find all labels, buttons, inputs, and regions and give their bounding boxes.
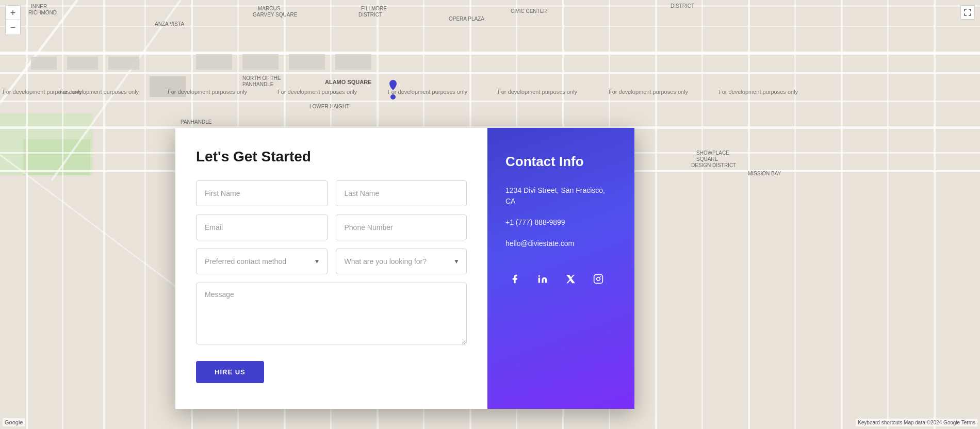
svg-rect-31 bbox=[934, 0, 936, 429]
svg-rect-12 bbox=[62, 0, 63, 429]
svg-text:CIVIC CENTER: CIVIC CENTER bbox=[511, 8, 547, 14]
dev-watermark: For development purposes only bbox=[168, 89, 247, 95]
map-zoom-controls: + − bbox=[5, 5, 21, 35]
svg-point-63 bbox=[390, 94, 396, 100]
contact-panel: Contact Info 1234 Divi Street, San Fraci… bbox=[487, 128, 634, 409]
svg-rect-5 bbox=[0, 101, 980, 102]
fullscreen-button[interactable] bbox=[960, 5, 975, 20]
svg-rect-36 bbox=[67, 57, 98, 70]
select-row: Preferred contact method Email Phone SMS… bbox=[196, 249, 467, 274]
contact-phone: +1 (777) 888-9899 bbox=[505, 217, 616, 228]
name-row bbox=[196, 180, 467, 206]
linkedin-icon[interactable] bbox=[533, 270, 552, 288]
form-title: Let's Get Started bbox=[196, 148, 467, 165]
facebook-icon[interactable] bbox=[505, 270, 524, 288]
looking-for-wrapper: What are you looking for? Buy Sell Rent … bbox=[336, 249, 467, 274]
svg-rect-28 bbox=[794, 0, 796, 429]
zoom-out-button[interactable]: − bbox=[6, 20, 20, 35]
phone-input[interactable] bbox=[336, 214, 467, 240]
dev-watermark: For development purposes only bbox=[498, 89, 577, 95]
svg-text:NORTH OF THE: NORTH OF THE bbox=[242, 75, 281, 81]
svg-rect-13 bbox=[103, 0, 105, 429]
svg-rect-30 bbox=[887, 0, 889, 429]
svg-text:GARVEY SQUARE: GARVEY SQUARE bbox=[253, 12, 298, 18]
svg-text:DESIGN DISTRICT: DESIGN DISTRICT bbox=[691, 162, 736, 168]
svg-rect-26 bbox=[701, 0, 703, 429]
last-name-input[interactable] bbox=[336, 180, 467, 206]
social-icons bbox=[505, 270, 616, 288]
svg-rect-25 bbox=[655, 0, 657, 429]
svg-rect-41 bbox=[289, 54, 325, 70]
svg-rect-14 bbox=[144, 0, 146, 429]
svg-rect-9 bbox=[0, 5, 980, 7]
svg-rect-4 bbox=[0, 72, 980, 74]
dev-watermark: For development purposes only bbox=[718, 89, 798, 95]
svg-rect-27 bbox=[748, 0, 750, 429]
svg-text:SHOWPLACE: SHOWPLACE bbox=[696, 150, 729, 156]
svg-rect-42 bbox=[335, 54, 371, 70]
svg-text:DISTRICT: DISTRICT bbox=[671, 3, 694, 9]
contact-address: 1234 Divi Street, San Fracisco, CA bbox=[505, 185, 616, 207]
dev-watermark: For development purposes only bbox=[277, 89, 357, 95]
looking-for-select[interactable]: What are you looking for? Buy Sell Rent bbox=[336, 249, 467, 274]
contact-email: hello@diviestate.com bbox=[505, 238, 616, 249]
svg-rect-37 bbox=[108, 57, 139, 70]
zoom-in-button[interactable]: + bbox=[6, 6, 20, 20]
svg-rect-29 bbox=[841, 0, 843, 429]
svg-rect-10 bbox=[0, 26, 980, 27]
svg-text:PANHANDLE: PANHANDLE bbox=[181, 119, 212, 125]
svg-text:OPERA PLAZA: OPERA PLAZA bbox=[449, 16, 484, 22]
google-logo: Google bbox=[3, 418, 25, 426]
twitter-icon[interactable] bbox=[561, 270, 580, 288]
dev-watermark: For development purposes only bbox=[59, 89, 139, 95]
contact-title: Contact Info bbox=[505, 154, 616, 170]
instagram-icon[interactable] bbox=[589, 270, 608, 288]
svg-text:ALAMO SQUARE: ALAMO SQUARE bbox=[325, 79, 371, 85]
svg-text:MISSION BAY: MISSION BAY bbox=[748, 171, 781, 176]
contact-method-select[interactable]: Preferred contact method Email Phone SMS bbox=[196, 249, 328, 274]
svg-text:INNER: INNER bbox=[31, 4, 47, 9]
svg-text:RICHMOND: RICHMOND bbox=[28, 10, 57, 15]
submit-button[interactable]: HIRE US bbox=[196, 361, 264, 383]
dev-watermark: For development purposes only bbox=[609, 89, 688, 95]
svg-text:DISTRICT: DISTRICT bbox=[358, 12, 382, 18]
message-textarea[interactable] bbox=[196, 283, 467, 344]
dev-watermark: For development purposes only bbox=[388, 89, 467, 95]
svg-text:MARCUS: MARCUS bbox=[258, 6, 281, 11]
svg-rect-39 bbox=[196, 54, 232, 70]
svg-text:SQUARE: SQUARE bbox=[696, 156, 718, 162]
map-attribution: Keyboard shortcuts Map data ©2024 Google… bbox=[856, 419, 977, 426]
svg-rect-35 bbox=[31, 57, 57, 70]
contact-row bbox=[196, 214, 467, 240]
contact-method-wrapper: Preferred contact method Email Phone SMS… bbox=[196, 249, 328, 274]
svg-rect-64 bbox=[594, 275, 603, 284]
svg-text:PANHANDLE: PANHANDLE bbox=[242, 81, 274, 87]
modal-container: Let's Get Started Preferred contact meth… bbox=[175, 128, 634, 409]
svg-text:FILLMORE: FILLMORE bbox=[361, 6, 387, 11]
email-input[interactable] bbox=[196, 214, 328, 240]
first-name-input[interactable] bbox=[196, 180, 328, 206]
svg-rect-2 bbox=[23, 139, 90, 175]
svg-text:LOWER HAIGHT: LOWER HAIGHT bbox=[309, 104, 349, 109]
svg-rect-3 bbox=[0, 52, 980, 55]
message-row bbox=[196, 283, 467, 353]
svg-text:ANZA VISTA: ANZA VISTA bbox=[155, 21, 184, 27]
svg-rect-40 bbox=[242, 54, 279, 70]
form-panel: Let's Get Started Preferred contact meth… bbox=[175, 128, 487, 409]
